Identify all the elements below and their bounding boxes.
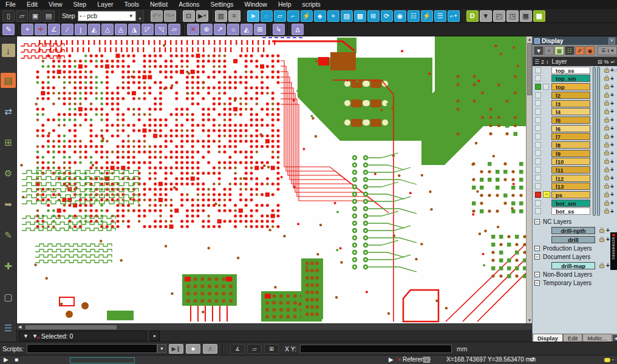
lock-icon[interactable] — [604, 86, 609, 89]
layer-name-chip[interactable]: l13 — [551, 183, 590, 190]
lock-icon[interactable] — [599, 238, 604, 242]
bubble-chevron-icon[interactable]: ⌄ — [611, 356, 615, 362]
gap-measure-tool-button[interactable]: △ — [101, 24, 114, 35]
area-measure-tool-button[interactable]: ▱ — [168, 24, 180, 35]
section-production-layers[interactable]: −Production Layers — [533, 244, 617, 253]
layer-row-drill[interactable]: drill+ — [533, 235, 617, 244]
lock-icon[interactable] — [604, 152, 609, 155]
calculator-button[interactable]: ⌗ — [228, 10, 240, 22]
layer-name-chip[interactable]: l7 — [551, 133, 590, 140]
popup-filter-button[interactable]: ▼ — [480, 10, 492, 22]
lock-icon[interactable] — [599, 265, 604, 268]
lock-icon[interactable] — [604, 185, 609, 189]
tab-display[interactable]: Display — [533, 334, 563, 342]
lock-icon[interactable] — [604, 110, 609, 114]
break-tool-button[interactable]: ↳ — [273, 24, 285, 35]
layer-row-drill-npth[interactable]: drill-npth+ — [533, 226, 617, 235]
dynamic-display-button[interactable]: D — [466, 10, 479, 22]
script-warning-button[interactable]: ⚠ — [203, 344, 217, 354]
table-view-button[interactable]: ▦ — [554, 46, 564, 55]
layer-indicator[interactable] — [535, 142, 541, 148]
header-right-icon-2[interactable]: ↵ — [610, 59, 615, 65]
clear-filter-icon[interactable]: ▼✕ — [32, 333, 38, 339]
add-icon[interactable]: + — [610, 107, 614, 115]
layer-indicator[interactable] — [535, 175, 541, 181]
grid-panel-button[interactable]: ▦ — [520, 10, 532, 22]
pitch-measure-tool-button[interactable]: ◬ — [115, 24, 127, 35]
add-icon[interactable]: + — [610, 124, 614, 132]
reference-select-tool-button[interactable]: ⌖ — [327, 10, 339, 22]
repair-tool-button[interactable]: ✎ — [1, 228, 16, 243]
layer-indicator[interactable] — [535, 200, 541, 206]
add-icon[interactable]: + — [610, 158, 614, 166]
layer-name-chip[interactable]: l12 — [551, 175, 590, 182]
layer-indicator[interactable] — [535, 67, 541, 73]
script-play-pause-button[interactable]: ▶❙ — [169, 344, 183, 354]
lock-icon[interactable] — [604, 119, 609, 123]
add-feature-tool-button[interactable]: ✎ — [2, 24, 15, 35]
reference-mode-button[interactable]: ▪ — [423, 357, 430, 363]
layer-indicator[interactable] — [535, 183, 541, 189]
chain-select-tool-button[interactable]: ⌐ — [287, 10, 299, 22]
menu-item-scripts[interactable]: scripts — [297, 0, 326, 9]
measure-area-icon[interactable]: ▱ — [247, 344, 262, 354]
dock-left-panel-button[interactable]: ◰ — [493, 10, 505, 22]
slope-measure-tool-button[interactable]: ∕ — [61, 24, 73, 35]
vscroll-thumb[interactable] — [527, 43, 532, 95]
canvas-horizontal-scrollbar[interactable]: ◀ — [17, 323, 532, 330]
lock-icon[interactable] — [604, 144, 609, 147]
add-icon[interactable]: + — [610, 83, 614, 90]
layer-name-chip[interactable]: l2 — [551, 92, 590, 99]
layer-row-ps[interactable]: −ps+ — [533, 190, 617, 199]
menu-item-view[interactable]: View — [43, 0, 68, 9]
layers-manager-button[interactable]: ▤ — [1, 73, 16, 88]
layer-indicator[interactable] — [535, 125, 541, 131]
collapse-icon[interactable]: − — [534, 272, 540, 277]
script-stop-button[interactable]: ■ — [186, 344, 200, 354]
graphic-station-button[interactable]: ⊡ — [183, 10, 195, 22]
mirror-tool-button[interactable]: ◭ — [240, 24, 253, 35]
header-left-icon-1[interactable]: 2 — [541, 59, 544, 65]
loop-select-tool-button[interactable]: ⟳ — [381, 10, 393, 22]
filter-icon[interactable]: ▼ — [23, 333, 29, 339]
add-icon[interactable]: + — [610, 116, 614, 124]
add-icon[interactable]: + — [610, 166, 614, 174]
lock-icon[interactable] — [604, 177, 609, 180]
workstation-tool-button[interactable]: ▢ — [1, 289, 16, 305]
layer-indicator[interactable] — [535, 117, 541, 123]
arc-tool-button[interactable]: ∆ — [291, 24, 304, 35]
add-icon[interactable]: + — [610, 174, 614, 182]
stack-select-tool-button[interactable]: ◈ — [314, 10, 326, 22]
header-right-icon-1[interactable]: % — [604, 59, 608, 65]
layer-indicator[interactable] — [535, 208, 541, 214]
layer-indicator[interactable] — [535, 133, 541, 140]
chevron-down-icon[interactable]: ▼ — [129, 13, 134, 19]
section-nc-layers[interactable]: −NC Layers — [533, 218, 617, 226]
layer-row-bot_ss[interactable]: bot_ss+ — [533, 207, 617, 216]
menu-item-tools[interactable]: Tools — [118, 0, 145, 9]
fill-select-tool-button[interactable]: ▨ — [341, 10, 353, 22]
filter-inactive-button[interactable]: ▼ — [544, 46, 554, 55]
drill-display-button[interactable]: ✐ — [575, 46, 585, 55]
new-file-button[interactable]: ▯ — [2, 10, 15, 22]
xy-input[interactable] — [300, 345, 452, 353]
reference-clear-icon[interactable]: ✕ — [397, 356, 402, 364]
move-tool-button[interactable]: ↗ — [214, 24, 226, 35]
section-non-board-layers[interactable]: −Non-Board Layers — [533, 271, 617, 279]
layer-row-l6[interactable]: l6+ — [533, 124, 617, 133]
lock-icon[interactable] — [604, 94, 609, 98]
layer-row-l5[interactable]: l5+ — [533, 116, 617, 124]
layer-row-bot_sm[interactable]: bot_sm+ — [533, 199, 617, 207]
collapse-icon[interactable]: − — [534, 246, 540, 251]
step-selector[interactable]: ▪⌐pcb▼ — [78, 11, 136, 21]
layer-name-chip[interactable]: bot_ss — [551, 207, 590, 215]
header-right-icon-0[interactable]: ⊟ — [598, 59, 602, 65]
lock-icon[interactable] — [604, 210, 609, 214]
layer-name-chip[interactable]: l10 — [551, 158, 590, 165]
layer-minus-badge[interactable]: − — [543, 191, 550, 198]
panelize-tool-button[interactable]: ⊞ — [1, 135, 16, 150]
pad-measure-tool-button[interactable]: ◭ — [88, 24, 100, 35]
lock-icon[interactable] — [604, 102, 609, 106]
layer-indicator[interactable] — [535, 150, 541, 156]
canvas-vertical-scrollbar[interactable]: ▲ ▼ — [526, 36, 532, 323]
